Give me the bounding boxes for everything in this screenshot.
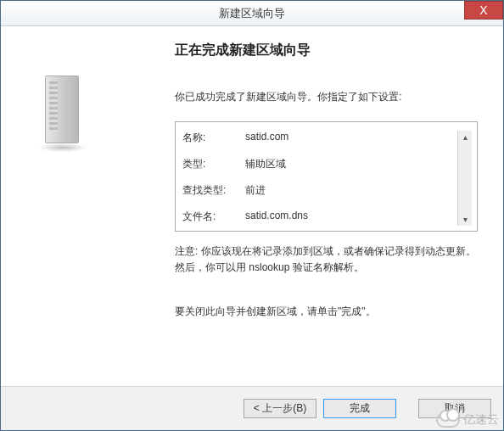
content-area: 正在完成新建区域向导 你已成功完成了新建区域向导。你指定了如下设置: 名称: s…	[1, 26, 503, 386]
summary-value: 辅助区域	[245, 157, 457, 171]
page-heading: 正在完成新建区域向导	[175, 42, 478, 59]
summary-label: 名称:	[182, 131, 245, 145]
summary-label: 查找类型:	[182, 183, 245, 198]
scroll-down-icon[interactable]: ▾	[459, 213, 472, 226]
summary-row-lookup: 查找类型: 前进	[182, 183, 457, 198]
intro-text: 你已成功完成了新建区域向导。你指定了如下设置:	[175, 90, 478, 104]
summary-label: 文件名:	[182, 210, 245, 224]
summary-value: satid.com	[245, 131, 457, 145]
finish-button[interactable]: 完成	[323, 399, 396, 418]
summary-row-filename: 文件名: satid.com.dns	[182, 210, 457, 224]
cancel-button[interactable]: 取消	[418, 399, 491, 418]
scrollbar[interactable]: ▴ ▾	[457, 131, 472, 226]
summary-value: satid.com.dns	[245, 210, 457, 224]
settings-summary-box: 名称: satid.com 类型: 辅助区域 查找类型: 前进 文件名: sat…	[175, 121, 478, 232]
note-text: 注意: 你应该现在将记录添加到区域，或者确保记录得到动态更新。然后，你可以用 n…	[175, 243, 478, 276]
titlebar: 新建区域向导 X	[1, 1, 503, 26]
scroll-up-icon[interactable]: ▴	[459, 131, 472, 143]
settings-rows: 名称: satid.com 类型: 辅助区域 查找类型: 前进 文件名: sat…	[182, 131, 457, 226]
closing-text: 要关闭此向导并创建新区域，请单击"完成"。	[175, 305, 478, 319]
server-icon	[38, 76, 87, 152]
wizard-window: 新建区域向导 X 正在完成新建区域向导 你已成功完成了新建区域向导。你指定了如下…	[0, 0, 504, 431]
summary-value: 前进	[245, 183, 457, 198]
footer: < 上一步(B) 完成 取消	[1, 386, 503, 430]
summary-row-type: 类型: 辅助区域	[182, 157, 457, 171]
close-icon: X	[479, 3, 487, 17]
summary-row-name: 名称: satid.com	[182, 131, 457, 145]
right-pane: 正在完成新建区域向导 你已成功完成了新建区域向导。你指定了如下设置: 名称: s…	[124, 26, 503, 386]
left-pane	[1, 26, 124, 386]
back-button[interactable]: < 上一步(B)	[244, 399, 316, 418]
summary-label: 类型:	[182, 157, 245, 171]
window-title: 新建区域向导	[1, 6, 503, 21]
close-button[interactable]: X	[464, 1, 503, 20]
